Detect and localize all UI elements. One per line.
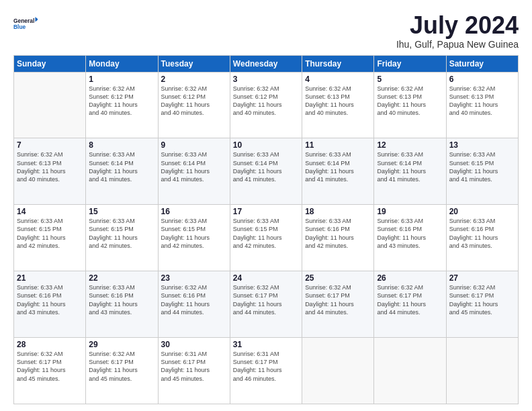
day-number: 28 — [17, 340, 83, 349]
calendar-cell: 16Sunrise: 6:33 AMSunset: 6:15 PMDayligh… — [158, 205, 230, 271]
day-number: 4 — [305, 75, 371, 84]
day-info: Sunrise: 6:33 AMSunset: 6:14 PMDaylight:… — [377, 150, 443, 183]
day-number: 23 — [161, 273, 227, 283]
day-number: 27 — [449, 273, 515, 283]
day-number: 18 — [305, 207, 371, 216]
svg-text:Blue: Blue — [13, 24, 26, 30]
calendar-cell: 12Sunrise: 6:33 AMSunset: 6:14 PMDayligh… — [374, 138, 446, 205]
day-number: 20 — [449, 207, 515, 216]
day-info: Sunrise: 6:32 AMSunset: 6:17 PMDaylight:… — [89, 350, 154, 383]
day-number: 13 — [449, 140, 515, 150]
day-number: 25 — [305, 273, 371, 283]
weekday-header-sunday: Sunday — [14, 55, 86, 72]
calendar-cell: 4Sunrise: 6:32 AMSunset: 6:13 PMDaylight… — [302, 72, 374, 138]
day-info: Sunrise: 6:32 AMSunset: 6:12 PMDaylight:… — [89, 85, 154, 118]
calendar-cell: 23Sunrise: 6:32 AMSunset: 6:16 PMDayligh… — [158, 271, 230, 338]
calendar-cell: 6Sunrise: 6:32 AMSunset: 6:13 PMDaylight… — [446, 72, 518, 138]
calendar-cell: 11Sunrise: 6:33 AMSunset: 6:14 PMDayligh… — [302, 138, 374, 205]
calendar-cell: 17Sunrise: 6:33 AMSunset: 6:15 PMDayligh… — [230, 205, 302, 271]
calendar-cell: 28Sunrise: 6:32 AMSunset: 6:17 PMDayligh… — [14, 338, 86, 404]
calendar-cell: 2Sunrise: 6:32 AMSunset: 6:12 PMDaylight… — [158, 72, 230, 138]
calendar-cell: 13Sunrise: 6:33 AMSunset: 6:15 PMDayligh… — [446, 138, 518, 205]
day-info: Sunrise: 6:33 AMSunset: 6:16 PMDaylight:… — [449, 217, 515, 250]
logo-svg: General Blue — [13, 12, 38, 36]
day-info: Sunrise: 6:31 AMSunset: 6:17 PMDaylight:… — [161, 350, 227, 383]
day-info: Sunrise: 6:33 AMSunset: 6:14 PMDaylight:… — [233, 150, 299, 183]
calendar-cell: 20Sunrise: 6:33 AMSunset: 6:16 PMDayligh… — [446, 205, 518, 271]
day-info: Sunrise: 6:32 AMSunset: 6:13 PMDaylight:… — [17, 150, 83, 183]
day-info: Sunrise: 6:32 AMSunset: 6:17 PMDaylight:… — [377, 283, 443, 316]
calendar-table: SundayMondayTuesdayWednesdayThursdayFrid… — [13, 55, 519, 404]
day-info: Sunrise: 6:33 AMSunset: 6:14 PMDaylight:… — [161, 150, 227, 183]
day-number: 7 — [17, 140, 83, 150]
day-info: Sunrise: 6:32 AMSunset: 6:17 PMDaylight:… — [233, 283, 299, 316]
day-info: Sunrise: 6:33 AMSunset: 6:16 PMDaylight:… — [89, 283, 154, 316]
calendar-cell: 15Sunrise: 6:33 AMSunset: 6:15 PMDayligh… — [86, 205, 158, 271]
day-info: Sunrise: 6:32 AMSunset: 6:12 PMDaylight:… — [233, 85, 299, 118]
day-info: Sunrise: 6:33 AMSunset: 6:15 PMDaylight:… — [17, 217, 83, 250]
day-number: 29 — [89, 340, 154, 349]
day-number: 26 — [377, 273, 443, 283]
day-number: 14 — [17, 207, 83, 216]
calendar-cell: 30Sunrise: 6:31 AMSunset: 6:17 PMDayligh… — [158, 338, 230, 404]
day-number: 22 — [89, 273, 154, 283]
day-number: 17 — [233, 207, 299, 216]
subtitle: Ihu, Gulf, Papua New Guinea — [396, 39, 519, 50]
day-number: 30 — [161, 340, 227, 349]
day-info: Sunrise: 6:32 AMSunset: 6:13 PMDaylight:… — [377, 85, 443, 118]
weekday-header-monday: Monday — [86, 55, 158, 72]
calendar-cell: 25Sunrise: 6:32 AMSunset: 6:17 PMDayligh… — [302, 271, 374, 338]
weekday-header-thursday: Thursday — [302, 55, 374, 72]
page: General Blue July 2024 Ihu, Gulf, Papua … — [0, 0, 532, 411]
day-info: Sunrise: 6:32 AMSunset: 6:17 PMDaylight:… — [449, 283, 515, 316]
day-info: Sunrise: 6:33 AMSunset: 6:15 PMDaylight:… — [449, 150, 515, 183]
calendar-cell — [14, 72, 86, 138]
calendar-cell: 9Sunrise: 6:33 AMSunset: 6:14 PMDaylight… — [158, 138, 230, 205]
calendar-cell: 22Sunrise: 6:33 AMSunset: 6:16 PMDayligh… — [86, 271, 158, 338]
day-number: 19 — [377, 207, 443, 216]
weekday-header-friday: Friday — [374, 55, 446, 72]
week-row-1: 1Sunrise: 6:32 AMSunset: 6:12 PMDaylight… — [14, 72, 519, 138]
logo: General Blue — [13, 12, 38, 36]
calendar-cell: 31Sunrise: 6:31 AMSunset: 6:17 PMDayligh… — [230, 338, 302, 404]
weekday-header-saturday: Saturday — [446, 55, 518, 72]
day-info: Sunrise: 6:32 AMSunset: 6:12 PMDaylight:… — [161, 85, 227, 118]
weekday-header-tuesday: Tuesday — [158, 55, 230, 72]
week-row-3: 14Sunrise: 6:33 AMSunset: 6:15 PMDayligh… — [14, 205, 519, 271]
day-info: Sunrise: 6:33 AMSunset: 6:14 PMDaylight:… — [305, 150, 371, 183]
day-number: 12 — [377, 140, 443, 150]
day-info: Sunrise: 6:33 AMSunset: 6:15 PMDaylight:… — [161, 217, 227, 250]
day-info: Sunrise: 6:32 AMSunset: 6:17 PMDaylight:… — [305, 283, 371, 316]
svg-marker-2 — [35, 17, 38, 21]
day-number: 31 — [233, 340, 299, 349]
day-info: Sunrise: 6:33 AMSunset: 6:16 PMDaylight:… — [305, 217, 371, 250]
calendar-cell: 1Sunrise: 6:32 AMSunset: 6:12 PMDaylight… — [86, 72, 158, 138]
day-number: 21 — [17, 273, 83, 283]
day-info: Sunrise: 6:33 AMSunset: 6:16 PMDaylight:… — [17, 283, 83, 316]
day-info: Sunrise: 6:33 AMSunset: 6:14 PMDaylight:… — [89, 150, 154, 183]
day-number: 10 — [233, 140, 299, 150]
week-row-5: 28Sunrise: 6:32 AMSunset: 6:17 PMDayligh… — [14, 338, 519, 404]
calendar-cell: 7Sunrise: 6:32 AMSunset: 6:13 PMDaylight… — [14, 138, 86, 205]
calendar-cell: 27Sunrise: 6:32 AMSunset: 6:17 PMDayligh… — [446, 271, 518, 338]
week-row-4: 21Sunrise: 6:33 AMSunset: 6:16 PMDayligh… — [14, 271, 519, 338]
week-row-2: 7Sunrise: 6:32 AMSunset: 6:13 PMDaylight… — [14, 138, 519, 205]
day-number: 5 — [377, 75, 443, 84]
calendar-cell: 26Sunrise: 6:32 AMSunset: 6:17 PMDayligh… — [374, 271, 446, 338]
calendar-cell: 18Sunrise: 6:33 AMSunset: 6:16 PMDayligh… — [302, 205, 374, 271]
day-number: 24 — [233, 273, 299, 283]
calendar-cell: 8Sunrise: 6:33 AMSunset: 6:14 PMDaylight… — [86, 138, 158, 205]
calendar-cell: 3Sunrise: 6:32 AMSunset: 6:12 PMDaylight… — [230, 72, 302, 138]
calendar-cell: 29Sunrise: 6:32 AMSunset: 6:17 PMDayligh… — [86, 338, 158, 404]
calendar-cell: 24Sunrise: 6:32 AMSunset: 6:17 PMDayligh… — [230, 271, 302, 338]
day-number: 16 — [161, 207, 227, 216]
main-title: July 2024 — [396, 12, 519, 39]
day-number: 2 — [161, 75, 227, 84]
day-info: Sunrise: 6:31 AMSunset: 6:17 PMDaylight:… — [233, 350, 299, 383]
day-number: 6 — [449, 75, 515, 84]
day-info: Sunrise: 6:33 AMSunset: 6:15 PMDaylight:… — [89, 217, 154, 250]
day-info: Sunrise: 6:32 AMSunset: 6:13 PMDaylight:… — [305, 85, 371, 118]
day-number: 11 — [305, 140, 371, 150]
day-number: 3 — [233, 75, 299, 84]
day-number: 1 — [89, 75, 154, 84]
